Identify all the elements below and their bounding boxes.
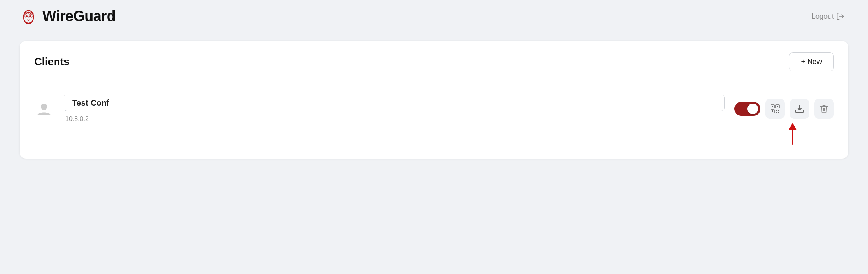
svg-rect-13 [776,112,777,113]
download-config-button[interactable] [790,99,809,119]
card-header: Clients + New [20,41,848,83]
client-enable-toggle[interactable] [734,102,760,116]
app-header: WireGuard Logout [0,0,868,33]
app-title: WireGuard [42,8,115,25]
main-content: Clients + New Test Conf 10.8.0.2 [0,33,868,175]
logout-icon [836,12,844,20]
svg-rect-14 [778,112,779,113]
svg-rect-8 [777,106,778,107]
svg-rect-11 [776,110,777,111]
delete-client-button[interactable] [814,99,834,119]
toggle-thumb [747,104,758,114]
arrow-shaft [792,130,793,145]
qr-code-button[interactable] [765,99,785,119]
new-button-label: + New [801,57,822,66]
logout-label: Logout [811,12,834,21]
toggle-track [734,102,760,116]
client-name: Test Conf [64,95,725,111]
client-actions [734,99,834,119]
clients-card: Clients + New Test Conf 10.8.0.2 [20,41,848,159]
client-ip: 10.8.0.2 [64,115,725,123]
client-avatar [34,99,54,119]
client-info: Test Conf 10.8.0.2 [64,95,725,123]
svg-point-2 [29,15,31,17]
logo-area: WireGuard [20,7,115,25]
annotation-area [20,134,848,159]
svg-rect-10 [772,110,773,112]
logout-button[interactable]: Logout [807,10,848,23]
svg-rect-6 [772,106,773,107]
arrow-annotation [792,130,793,145]
client-row: Test Conf 10.8.0.2 [20,83,848,134]
card-title: Clients [34,55,70,68]
new-client-button[interactable]: + New [789,52,834,71]
trash-icon [820,104,828,113]
wireguard-logo-icon [20,7,37,25]
download-icon [795,104,804,114]
svg-rect-12 [778,110,779,111]
qr-code-icon [770,104,780,114]
svg-point-4 [41,104,47,110]
arrow-head [789,123,797,130]
